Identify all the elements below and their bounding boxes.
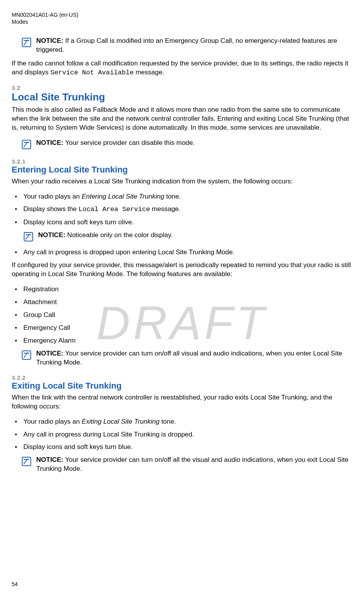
svg-rect-1 xyxy=(22,140,31,149)
list-item: Display shows the Local Area Service mes… xyxy=(12,205,352,214)
notice-icon xyxy=(21,139,32,151)
svg-rect-2 xyxy=(24,232,33,241)
notice-label: NOTICE: xyxy=(36,350,63,357)
notice-group-call-modified: NOTICE: If a Group Call is modified into… xyxy=(12,37,352,55)
paragraph-call-modification: If the radio cannot follow a call modifi… xyxy=(12,59,352,77)
list-item: Emergency Call xyxy=(12,324,352,333)
list-features: Registration Attachment Group Call Emerg… xyxy=(12,285,352,345)
paragraph-fallback-mode: This mode is also called as Fallback Mod… xyxy=(12,106,352,132)
paragraph-exiting-intro: When the link with the central network c… xyxy=(12,393,352,411)
notice-icon xyxy=(23,232,33,243)
notice-icon xyxy=(21,456,32,468)
text-segment: tone. xyxy=(160,418,176,425)
list-entering-continued: Any call in progress is dropped upon ent… xyxy=(12,248,352,257)
notice-label: NOTICE: xyxy=(36,139,63,146)
notice-text: NOTICE: Your service provider can turn o… xyxy=(36,456,352,474)
header-chapter: Modes xyxy=(12,19,352,25)
section-number: 3.2.2 xyxy=(12,374,352,381)
notice-body: Your service provider can disable this m… xyxy=(63,139,195,146)
section-title-exiting: Exiting Local Site Trunking xyxy=(12,381,352,391)
text-segment: message. xyxy=(134,69,164,76)
section-3-2-2: 3.2.2 Exiting Local Site Trunking xyxy=(12,374,352,391)
list-exiting-occurs: Your radio plays an Exiting Local Site T… xyxy=(12,417,352,452)
list-item: Any call in progress is dropped upon ent… xyxy=(12,248,352,257)
notice-label: NOTICE: xyxy=(36,456,63,463)
notice-label: NOTICE: xyxy=(36,37,63,44)
svg-rect-4 xyxy=(22,457,31,466)
mono-service-not-available: Service Not Available xyxy=(50,69,134,76)
notice-icon xyxy=(21,37,32,49)
svg-rect-3 xyxy=(22,351,31,359)
svg-rect-0 xyxy=(22,38,31,47)
text-segment: Your radio plays an xyxy=(23,418,82,425)
notice-text: NOTICE: If a Group Call is modified into… xyxy=(36,37,352,55)
text-segment: message. xyxy=(150,205,180,213)
list-item: Emergency Alarm xyxy=(12,336,352,345)
mono-local-area-service: Local Area Service xyxy=(79,206,150,213)
list-item: Display icons and soft keys turn blue. xyxy=(12,443,352,452)
header-doc-code: MN002041A01-AG (en-US) xyxy=(12,12,352,18)
list-item: Your radio plays an Entering Local Site … xyxy=(12,192,352,201)
text-segment: tone. xyxy=(164,193,181,200)
list-item: Group Call xyxy=(12,311,352,320)
notice-enter-indications: NOTICE: Your service provider can turn o… xyxy=(12,349,352,367)
notice-text: NOTICE: Noticeable only on the color dis… xyxy=(38,231,173,240)
notice-icon xyxy=(21,350,32,362)
text-segment: Display shows the xyxy=(23,205,79,213)
notice-body: Your service provider can turn on/off al… xyxy=(36,350,342,366)
text-segment: Your radio plays an xyxy=(23,193,82,200)
list-item: Your radio plays an Exiting Local Site T… xyxy=(12,417,352,426)
notice-exit-indications: NOTICE: Your service provider can turn o… xyxy=(12,456,352,474)
section-title-local-site-trunking: Local Site Trunking xyxy=(12,91,352,103)
notice-label: NOTICE: xyxy=(38,231,65,239)
page-number: 54 xyxy=(12,581,18,587)
notice-body: Noticeable only on the color display. xyxy=(65,231,173,239)
section-number: 3.2.1 xyxy=(12,158,352,165)
list-item: Registration xyxy=(12,285,352,294)
section-number: 3.2 xyxy=(12,84,352,91)
list-item: Display icons and soft keys turn olive. xyxy=(12,218,352,227)
section-3-2-1: 3.2.1 Entering Local Site Trunking xyxy=(12,158,352,175)
list-item: Any call in progress during Local Site T… xyxy=(12,430,352,439)
section-title-entering: Entering Local Site Trunking xyxy=(12,165,352,175)
paragraph-features-available: If configured by your service provider, … xyxy=(12,261,352,279)
notice-color-display: NOTICE: Noticeable only on the color dis… xyxy=(12,231,352,243)
section-3-2: 3.2 Local Site Trunking xyxy=(12,84,352,103)
list-entering-occurs: Your radio plays an Entering Local Site … xyxy=(12,192,352,227)
italic-entering-tone: Entering Local Site Trunking xyxy=(82,193,164,200)
list-item: Attachment xyxy=(12,298,352,307)
notice-text: NOTICE: Your service provider can disabl… xyxy=(36,139,195,148)
notice-text: NOTICE: Your service provider can turn o… xyxy=(36,349,352,367)
notice-body: Your service provider can turn on/off al… xyxy=(36,456,348,472)
notice-provider-disable: NOTICE: Your service provider can disabl… xyxy=(12,139,352,151)
paragraph-entering-intro: When your radio receives a Local Site Tr… xyxy=(12,177,352,186)
notice-body: If a Group Call is modified into an Emer… xyxy=(36,37,337,53)
italic-exiting-tone: Exiting Local Site Trunking xyxy=(82,418,160,425)
